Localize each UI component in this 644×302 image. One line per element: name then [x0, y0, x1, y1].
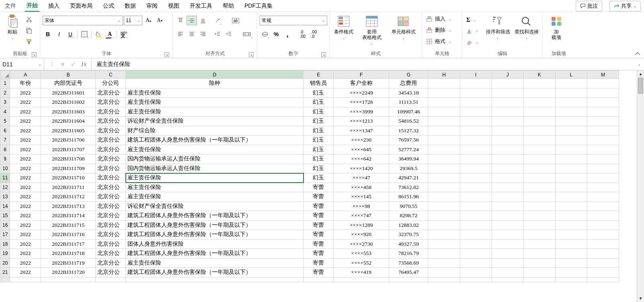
cell[interactable] [523, 164, 555, 173]
cell[interactable]: ××××145 [334, 192, 389, 202]
cell[interactable]: 2022 [10, 117, 41, 126]
col-header-I[interactable]: I [460, 71, 492, 79]
cell[interactable] [587, 154, 619, 164]
cell[interactable]: 36499.94 [389, 154, 428, 164]
row-header-12[interactable]: 12 [0, 183, 10, 192]
row-header-11[interactable]: 11 [0, 173, 10, 183]
tab-pdf[interactable]: PDF工具集 [243, 1, 274, 11]
row-header-4[interactable]: 4 [0, 107, 10, 117]
cell[interactable]: 总费用 [389, 79, 428, 88]
cell[interactable]: 2022BJ311603 [41, 107, 96, 117]
row-header-18[interactable]: 18 [0, 239, 10, 249]
cell[interactable]: 2022BJ311713 [41, 201, 96, 211]
dialog-launcher[interactable]: ↘ [321, 52, 326, 57]
cell[interactable] [10, 277, 41, 282]
italic-button[interactable]: I [54, 29, 64, 39]
cell[interactable] [492, 211, 523, 221]
cell[interactable]: 9070.55 [389, 201, 428, 211]
cell[interactable] [587, 192, 619, 202]
increase-decimal-button[interactable]: .0.00 [297, 29, 308, 39]
row-header-20[interactable]: 20 [0, 258, 10, 268]
cell[interactable]: ××××1213 [334, 117, 389, 126]
cell[interactable] [460, 136, 492, 145]
increase-indent-button[interactable] [224, 29, 234, 39]
cell[interactable] [460, 220, 492, 230]
accept-formula-button[interactable]: ✓ [71, 61, 76, 68]
cell[interactable] [555, 211, 587, 221]
cell[interactable]: 建筑工程团体人身意外伤害保险（一年期及以下） [126, 249, 304, 259]
cell[interactable] [460, 117, 492, 126]
cell[interactable]: ××××47 [334, 173, 389, 183]
cell[interactable] [492, 107, 523, 117]
cell[interactable]: 建筑工程团体人身意外伤害保险（一年期及以下） [126, 211, 304, 221]
cell[interactable]: 2022BJ311709 [41, 164, 96, 173]
cell[interactable]: 2022BJ311712 [41, 192, 96, 202]
cell[interactable] [460, 268, 492, 277]
cell[interactable]: 国内货物运输承运人责任保险 [126, 154, 304, 164]
cell[interactable] [555, 164, 587, 173]
cell[interactable] [460, 258, 492, 268]
cell[interactable]: ××××1420 [334, 164, 389, 173]
cell[interactable]: 建筑工程团体人身意外伤害保险（一年期及以下） [126, 230, 304, 240]
cell[interactable] [492, 126, 523, 136]
cell[interactable] [492, 277, 523, 282]
cell[interactable] [555, 173, 587, 183]
cell[interactable] [555, 192, 587, 202]
cell[interactable]: 北京分公 [96, 164, 126, 173]
cell[interactable] [460, 126, 492, 136]
col-header-J[interactable]: J [492, 71, 523, 79]
cell[interactable]: 32370.75 [389, 230, 428, 240]
cell[interactable]: 雇主责任保险 [126, 98, 304, 107]
cell[interactable]: 北京分公 [96, 249, 126, 259]
sort-filter-button[interactable]: 排序和筛选⌄ [485, 14, 511, 48]
comma-button[interactable]: , [282, 29, 293, 39]
autosum-button[interactable]: Σ⌄ [465, 15, 482, 24]
cell[interactable]: 幻玉 [304, 117, 334, 126]
cell[interactable] [492, 230, 523, 240]
dialog-launcher[interactable]: ↘ [164, 52, 169, 57]
cell[interactable] [428, 154, 460, 164]
cell[interactable]: 年份 [10, 79, 41, 88]
cell[interactable] [492, 249, 523, 259]
cell[interactable] [523, 211, 555, 221]
cell[interactable] [460, 277, 492, 282]
cell[interactable]: 76597.56 [389, 136, 428, 145]
underline-button[interactable]: U⌄ [65, 29, 76, 39]
cell[interactable] [523, 183, 555, 192]
cell[interactable]: 国内货物运输承运人责任保险 [126, 164, 304, 173]
vertical-scrollbar[interactable]: ▲ ▼ [637, 70, 644, 302]
cell[interactable]: 2022BJ311707 [41, 145, 96, 154]
align-top-button[interactable] [175, 16, 186, 25]
cell[interactable] [587, 136, 619, 145]
cell[interactable]: ××××98 [334, 201, 389, 211]
cell[interactable]: 2022BJ311706 [41, 136, 96, 145]
cell[interactable] [334, 277, 389, 282]
cell[interactable] [555, 239, 587, 249]
cell[interactable] [555, 117, 587, 126]
cell[interactable]: ××××747 [334, 211, 389, 221]
copy-button[interactable] [25, 27, 33, 35]
cell[interactable] [492, 145, 523, 154]
cell[interactable]: 2022 [10, 107, 41, 117]
conditional-format-button[interactable]: 条件格式⌄ [332, 14, 356, 48]
cell[interactable] [587, 268, 619, 277]
cell[interactable] [555, 258, 587, 268]
find-select-button[interactable]: 查找和选择⌄ [514, 14, 540, 48]
cell[interactable]: 销售员 [304, 79, 334, 88]
cell[interactable]: 建筑工程团体人身意外伤害保险（一年期及以下） [126, 268, 304, 277]
align-right-button[interactable] [198, 29, 208, 39]
cell[interactable]: 2022 [10, 230, 41, 240]
cell[interactable]: 76495.47 [389, 268, 428, 277]
cell[interactable] [460, 107, 492, 117]
row-header-9[interactable]: 9 [0, 154, 10, 164]
cell[interactable] [587, 164, 619, 173]
cell[interactable]: 雇主责任保险 [126, 258, 304, 268]
row-header-21[interactable]: 21 [0, 268, 10, 277]
cell[interactable]: 寄蕾 [304, 249, 334, 259]
cell[interactable]: 北京分公 [96, 268, 126, 277]
cell[interactable] [555, 220, 587, 230]
cell[interactable]: 2022 [10, 173, 41, 183]
cell[interactable]: 寄蕾 [304, 201, 334, 211]
cell[interactable] [428, 201, 460, 211]
cell[interactable] [492, 220, 523, 230]
